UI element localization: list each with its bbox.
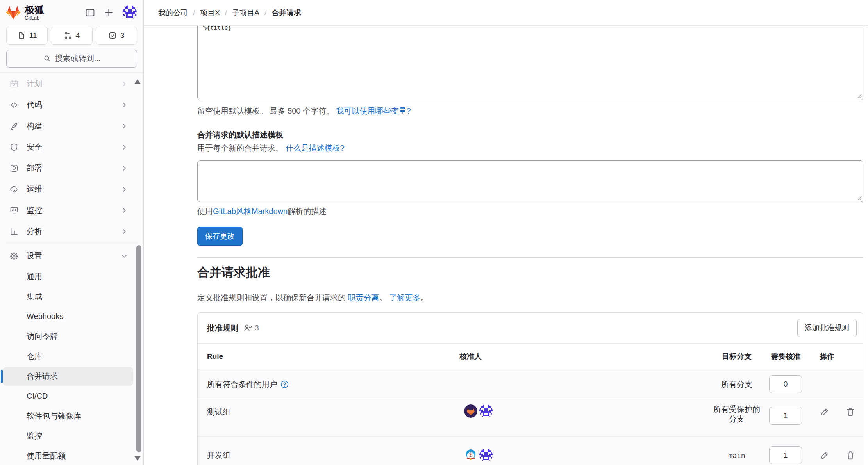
approval-rules-card: 批准规则 3 添加批准规则 Rule 核准人 目标分支 需要核准 操作	[197, 312, 863, 465]
rule-name: 开发组	[207, 450, 230, 461]
trash-icon	[845, 450, 855, 460]
add-approval-rule-button[interactable]: 添加批准规则	[797, 319, 857, 337]
sidebar-header: 极狐 GitLab	[0, 0, 143, 24]
sidebar-item-operate[interactable]: 运维	[3, 180, 133, 199]
description-template-help-link[interactable]: 什么是描述模板?	[286, 144, 345, 152]
approvals-required-input[interactable]	[769, 446, 802, 464]
variables-help-link[interactable]: 我可以使用哪些变量?	[336, 107, 411, 115]
breadcrumb-group[interactable]: 我的公司	[158, 8, 188, 18]
approvals-description: 定义批准规则和设置，以确保新合并请求的	[197, 293, 346, 302]
punctuation: 。	[420, 293, 428, 302]
search-icon	[43, 54, 51, 62]
rocket-icon	[9, 121, 19, 131]
gitlab-tanuki-icon	[5, 5, 21, 20]
chevron-right-icon	[120, 122, 129, 130]
sidebar-item-plan[interactable]: 计划	[3, 74, 133, 94]
help-question-icon[interactable]	[280, 380, 289, 388]
nav-divider	[6, 243, 137, 243]
approvals-required-input[interactable]	[769, 407, 802, 425]
sidebar-item-label: 运维	[27, 184, 42, 194]
settings-item-label: 仓库	[27, 351, 42, 362]
settings-item-merge-requests[interactable]: 合并请求	[3, 367, 133, 386]
chevron-right-icon	[120, 80, 129, 88]
approver-avatar-fox[interactable]	[464, 404, 477, 418]
approval-rule-row: 开发组 main	[198, 437, 863, 465]
merge-requests-counter[interactable]: 4	[51, 27, 92, 45]
shield-icon	[9, 143, 19, 152]
target-branch: 所有分支	[711, 379, 762, 389]
delete-rule-button[interactable]	[845, 450, 855, 460]
edit-rule-button[interactable]	[820, 450, 830, 460]
todos-count: 3	[120, 31, 125, 40]
template-hint-text: 留空使用默认模板。 最多 500 个字符。	[197, 107, 334, 115]
merge-requests-count: 4	[76, 31, 80, 40]
resize-grip-icon[interactable]	[856, 195, 862, 201]
trash-icon	[845, 407, 855, 417]
settings-item-general[interactable]: 通用	[3, 267, 133, 286]
brand-subtitle: GitLab	[25, 15, 44, 21]
settings-item-label: Webhooks	[27, 312, 63, 321]
approvals-required-input[interactable]	[769, 375, 802, 393]
settings-item-packages[interactable]: 软件包与镜像库	[3, 407, 133, 426]
brand-logo[interactable]: 极狐 GitLab	[5, 5, 44, 21]
code-icon	[9, 100, 19, 110]
mr-description-template-textarea[interactable]	[197, 160, 863, 202]
settings-item-label: 使用量配额	[27, 451, 66, 461]
save-changes-button[interactable]: 保存更改	[197, 227, 243, 246]
chevron-right-icon	[120, 164, 129, 173]
separation-of-duties-link[interactable]: 职责分离	[348, 293, 379, 302]
learn-more-link[interactable]: 了解更多	[389, 293, 420, 302]
sidebar-item-analyze[interactable]: 分析	[3, 222, 133, 241]
todos-counter[interactable]: 3	[96, 27, 137, 45]
sidebar-scroll-down-arrow[interactable]	[134, 456, 141, 461]
markdown-link[interactable]: GitLab风格Markdown	[213, 207, 288, 216]
sidebar-item-monitor[interactable]: 监控	[3, 201, 133, 220]
approver-avatar-doraemon[interactable]	[464, 449, 477, 462]
breadcrumb-subproject[interactable]: 子项目A	[232, 8, 259, 18]
delete-rule-button[interactable]	[845, 407, 855, 417]
column-approvers: 核准人	[459, 351, 711, 362]
settings-item-access-tokens[interactable]: 访问令牌	[3, 327, 133, 346]
chevron-right-icon	[120, 206, 129, 215]
settings-item-repository[interactable]: 仓库	[3, 347, 133, 366]
sidebar-item-security[interactable]: 安全	[3, 137, 133, 157]
settings-item-label: 软件包与镜像库	[27, 411, 81, 421]
deploy-icon	[9, 164, 19, 173]
breadcrumb-separator: /	[193, 9, 195, 17]
edit-rule-button[interactable]	[820, 407, 830, 417]
sidebar-item-settings[interactable]: 设置	[3, 246, 133, 266]
chevron-down-icon	[120, 252, 129, 260]
settings-item-integrations[interactable]: 集成	[3, 287, 133, 306]
sidebar-item-build[interactable]: 构建	[3, 116, 133, 136]
settings-item-usage-quotas[interactable]: 使用量配额	[3, 447, 133, 465]
new-menu-button[interactable]	[104, 7, 114, 18]
sidebar-scroll-up-arrow[interactable]	[134, 79, 141, 84]
calendar-icon	[9, 79, 19, 89]
approver-avatar-pixel[interactable]	[479, 404, 493, 418]
sidebar-scrollbar-thumb[interactable]	[136, 245, 141, 452]
settings-item-label: 集成	[27, 291, 42, 302]
approver-avatar-pixel[interactable]	[479, 449, 493, 462]
approvals-heading: 合并请求批准	[197, 264, 863, 281]
markdown-hint-suffix: 解析的描述	[288, 207, 327, 216]
settings-item-monitor[interactable]: 监控	[3, 427, 133, 445]
breadcrumb-project[interactable]: 项目X	[200, 8, 220, 18]
chevron-right-icon	[120, 143, 129, 151]
approval-rule-row: 测试组 所有受保护的分支	[198, 399, 863, 437]
resize-grip-icon[interactable]	[856, 93, 862, 99]
search-or-go-to[interactable]: 搜索或转到...	[6, 50, 137, 68]
app-window: 极狐 GitLab	[0, 0, 868, 465]
chevron-right-icon	[120, 185, 129, 194]
sidebar-item-deploy[interactable]: 部署	[3, 159, 133, 178]
settings-item-webhooks[interactable]: Webhooks	[3, 307, 133, 326]
target-branch: 所有受保护的分支	[711, 404, 762, 424]
pencil-icon	[820, 450, 830, 460]
user-avatar[interactable]	[122, 5, 137, 20]
sidebar-item-code[interactable]: 代码	[3, 95, 133, 115]
issues-counter[interactable]: 11	[6, 27, 48, 45]
mr-title-template-textarea[interactable]: %{title}	[197, 26, 863, 100]
sidebar-collapse-button[interactable]	[85, 7, 95, 18]
settings-item-cicd[interactable]: CI/CD	[3, 387, 133, 406]
breadcrumb-separator: /	[264, 9, 266, 17]
brand-title: 极狐	[25, 5, 44, 15]
